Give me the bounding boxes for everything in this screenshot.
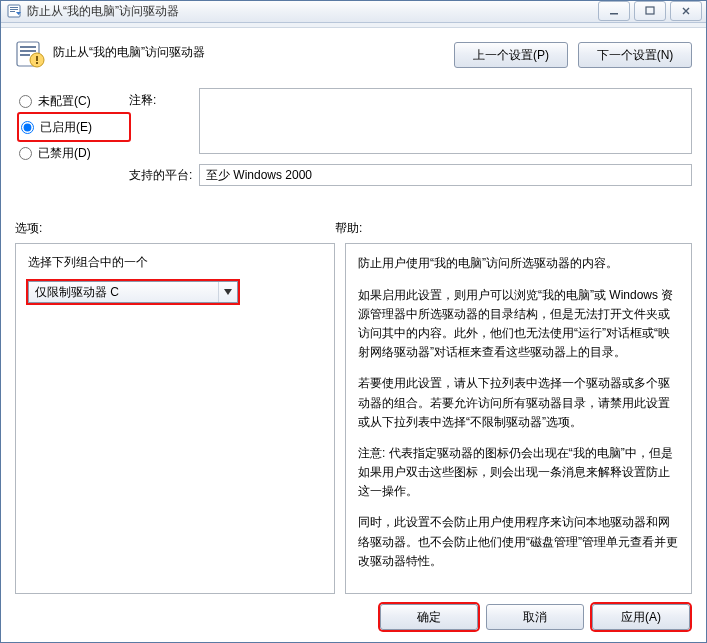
svg-rect-9 xyxy=(20,54,30,56)
options-section-label: 选项: xyxy=(15,220,335,237)
dialog-body: 防止从“我的电脑”访问驱动器 上一个设置(P) 下一个设置(N) 未配置(C) … xyxy=(1,28,706,642)
dialog-window: 防止从“我的电脑”访问驱动器 xyxy=(0,0,707,643)
svg-rect-3 xyxy=(10,11,15,12)
svg-rect-11 xyxy=(36,56,38,61)
footer-buttons: 确定 取消 应用(A) xyxy=(15,604,692,630)
radio-disabled-label: 已禁用(D) xyxy=(38,145,91,162)
radio-enabled-label: 已启用(E) xyxy=(40,119,92,136)
policy-large-icon xyxy=(15,38,47,70)
platform-row: 支持的平台: 至少 Windows 2000 xyxy=(129,164,692,186)
radio-enabled[interactable]: 已启用(E) xyxy=(19,114,129,140)
svg-rect-1 xyxy=(10,7,18,8)
titlebar: 防止从“我的电脑”访问驱动器 xyxy=(1,1,706,23)
help-paragraph: 注意: 代表指定驱动器的图标仍会出现在“我的电脑”中，但是如果用户双击这些图标，… xyxy=(358,444,679,502)
window-title: 防止从“我的电脑”访问驱动器 xyxy=(27,3,598,20)
platform-value: 至少 Windows 2000 xyxy=(206,167,312,184)
svg-rect-7 xyxy=(20,46,36,48)
radio-disabled[interactable]: 已禁用(D) xyxy=(19,140,129,166)
options-instruction: 选择下列组合中的一个 xyxy=(28,254,322,271)
apply-button[interactable]: 应用(A) xyxy=(592,604,690,630)
form-grid: 未配置(C) 已启用(E) 已禁用(D) 注释: 支持的平台: xyxy=(15,88,692,186)
minimize-button[interactable] xyxy=(598,1,630,21)
radio-disabled-input[interactable] xyxy=(19,147,32,160)
maximize-button[interactable] xyxy=(634,1,666,21)
radio-not-configured-input[interactable] xyxy=(19,95,32,108)
help-panel: 防止用户使用“我的电脑”访问所选驱动器的内容。 如果启用此设置，则用户可以浏览“… xyxy=(345,243,692,594)
cancel-button[interactable]: 取消 xyxy=(486,604,584,630)
comment-label: 注释: xyxy=(129,88,199,109)
platform-label: 支持的平台: xyxy=(129,167,199,184)
comment-textarea[interactable] xyxy=(199,88,692,154)
radio-not-configured[interactable]: 未配置(C) xyxy=(19,88,129,114)
chevron-down-icon xyxy=(218,282,237,302)
platform-value-box: 至少 Windows 2000 xyxy=(199,164,692,186)
svg-rect-5 xyxy=(646,7,654,14)
radio-enabled-input[interactable] xyxy=(21,121,34,134)
radio-not-configured-label: 未配置(C) xyxy=(38,93,91,110)
help-paragraph: 若要使用此设置，请从下拉列表中选择一个驱动器或多个驱动器的组合。若要允许访问所有… xyxy=(358,374,679,432)
drive-combo-value: 仅限制驱动器 C xyxy=(35,284,119,301)
svg-rect-2 xyxy=(10,9,18,10)
comment-column: 注释: 支持的平台: 至少 Windows 2000 xyxy=(129,88,692,186)
header-row: 防止从“我的电脑”访问驱动器 上一个设置(P) 下一个设置(N) xyxy=(15,38,692,70)
options-panel: 选择下列组合中的一个 仅限制驱动器 C xyxy=(15,243,335,594)
comment-row: 注释: xyxy=(129,88,692,154)
nav-buttons: 上一个设置(P) 下一个设置(N) xyxy=(454,38,692,68)
close-button[interactable] xyxy=(670,1,702,21)
state-radio-group: 未配置(C) 已启用(E) 已禁用(D) xyxy=(15,88,129,186)
svg-rect-12 xyxy=(36,62,38,64)
panels: 选择下列组合中的一个 仅限制驱动器 C 防止用户使用“我的电脑”访问所选驱动器的… xyxy=(15,243,692,594)
help-paragraph: 同时，此设置不会防止用户使用程序来访问本地驱动器和网络驱动器。也不会防止他们使用… xyxy=(358,513,679,571)
previous-setting-button[interactable]: 上一个设置(P) xyxy=(454,42,568,68)
help-section-label: 帮助: xyxy=(335,220,692,237)
help-paragraph: 如果启用此设置，则用户可以浏览“我的电脑”或 Windows 资源管理器中所选驱… xyxy=(358,286,679,363)
ok-button[interactable]: 确定 xyxy=(380,604,478,630)
help-paragraph: 防止用户使用“我的电脑”访问所选驱动器的内容。 xyxy=(358,254,679,273)
svg-rect-4 xyxy=(610,13,618,15)
policy-title: 防止从“我的电脑”访问驱动器 xyxy=(53,38,454,61)
policy-icon xyxy=(7,3,23,19)
drive-combo[interactable]: 仅限制驱动器 C xyxy=(28,281,238,303)
section-labels: 选项: 帮助: xyxy=(15,220,692,237)
svg-rect-8 xyxy=(20,50,36,52)
next-setting-button[interactable]: 下一个设置(N) xyxy=(578,42,692,68)
window-controls xyxy=(598,1,702,21)
